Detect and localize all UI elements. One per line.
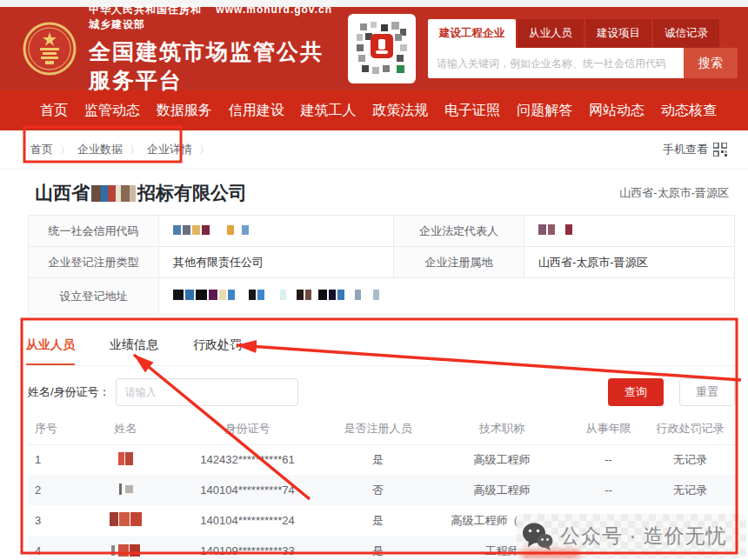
row-name-redacted: [80, 536, 171, 560]
brand: 中华人民共和国住房和城乡建设部 www.mohurd.gov.cn 全国建筑市场…: [23, 3, 332, 95]
tab-performance[interactable]: 业绩信息: [110, 337, 158, 365]
header-search-module: 建设工程企业 从业人员 建设项目 诚信记录 搜索: [428, 19, 738, 78]
redaction-mosaic: [173, 225, 249, 235]
site-header: 中华人民共和国住房和城乡建设部 www.mohurd.gov.cn 全国建筑市场…: [0, 7, 748, 90]
breadcrumb-enterprise-data[interactable]: 企业数据: [77, 142, 123, 157]
company-name-suffix: 招标有限公司: [137, 181, 247, 205]
mobile-view-link[interactable]: 手机查看: [663, 142, 727, 157]
reg-type-label: 企业登记注册类型: [29, 247, 159, 278]
redaction-mosaic: [111, 544, 140, 557]
credit-code-label: 统一社会信用代码: [29, 216, 159, 247]
breadcrumb-bar: 首页 〉 企业数据 〉 企业详情 〉 手机查看: [0, 130, 748, 170]
nav-item-home[interactable]: 首页: [40, 102, 68, 120]
keyword-search-input[interactable]: [428, 48, 684, 78]
nav-item-construction-worker[interactable]: 建筑工人: [301, 102, 357, 120]
company-info-table: 统一社会信用代码 企业法定代表人 企业登记注册类型 其他有限责任公司 企业注册属…: [28, 215, 735, 315]
watermark-text: 公众号 · 造价无忧: [560, 523, 726, 550]
address-value: [159, 278, 735, 315]
row-index: 1: [28, 444, 80, 475]
breadcrumb-separator: 〉: [130, 143, 140, 157]
nav-item-site-news[interactable]: 网站动态: [589, 102, 644, 120]
row-title: 高级工程师: [432, 475, 571, 505]
detail-tabs: 从业人员 业绩信息 行政处罚: [26, 337, 735, 366]
row-years: --: [571, 475, 645, 505]
tab-admin-penalty[interactable]: 行政处罚: [193, 337, 242, 365]
query-button[interactable]: 查询: [608, 378, 664, 406]
qr-mosaic: [357, 22, 407, 76]
page: 中华人民共和国住房和城乡建设部 www.mohurd.gov.cn 全国建筑市场…: [0, 0, 748, 560]
breadcrumb-separator: 〉: [199, 143, 210, 157]
col-header-name: 姓名: [80, 413, 171, 444]
row-registered: 是: [324, 505, 432, 536]
platform-title: 全国建筑市场监管公共服务平台: [89, 37, 332, 95]
col-header-index: 序号: [28, 413, 80, 444]
national-emblem-logo: [23, 22, 77, 76]
row-index: 3: [28, 505, 80, 536]
breadcrumb-separator: 〉: [60, 143, 70, 157]
filter-row: 姓名/身份证号： 查询 重置: [28, 378, 735, 406]
redaction-mosaic: [173, 290, 379, 300]
row-id-number: 142432**********61: [171, 444, 324, 475]
col-header-title: 技术职称: [432, 413, 571, 444]
col-header-years: 从事年限: [571, 413, 645, 444]
search-tab-construction-enterprise[interactable]: 建设工程企业: [428, 19, 516, 48]
legal-rep-label: 企业法定代表人: [394, 216, 524, 247]
search-tab-practitioner[interactable]: 从业人员: [518, 19, 584, 48]
company-header: 山西省 招标有限公司 山西省-太原市-晋源区: [35, 178, 729, 208]
site-url: www.mohurd.gov.cn: [216, 3, 332, 16]
redaction-mosaic: [91, 185, 136, 202]
nav-item-policy-regulation[interactable]: 政策法规: [372, 102, 428, 120]
nav-item-qa[interactable]: 问题解答: [517, 102, 572, 120]
breadcrumb-home[interactable]: 首页: [30, 142, 53, 157]
company-name-prefix: 山西省: [35, 181, 90, 205]
header-qr-code: [348, 14, 416, 83]
redaction-mosaic: [118, 452, 133, 465]
filter-label: 姓名/身份证号：: [28, 384, 110, 400]
row-name-redacted: [80, 444, 171, 475]
search-tab-credit-record[interactable]: 诚信记录: [653, 19, 719, 48]
main-nav: 首页 监管动态 数据服务 信用建设 建筑工人 政策法规 电子证照 问题解答 网站…: [0, 90, 748, 130]
nav-item-dynamic-check[interactable]: 动态核查: [661, 102, 717, 120]
row-registered: 是: [324, 444, 432, 475]
col-header-penalty: 行政处罚记录: [645, 413, 735, 444]
redaction-mosaic: [119, 483, 133, 495]
table-row: 2 140104**********74 否 高级工程师 -- 无记录: [28, 475, 735, 505]
row-index: 4: [28, 536, 80, 560]
ministry-name: 中华人民共和国住房和城乡建设部: [89, 3, 204, 32]
search-tabs: 建设工程企业 从业人员 建设项目 诚信记录: [428, 19, 738, 48]
mobile-view-label: 手机查看: [663, 142, 708, 157]
breadcrumb-enterprise-detail[interactable]: 企业详情: [147, 142, 192, 157]
nav-item-data-service[interactable]: 数据服务: [157, 102, 212, 120]
name-id-input[interactable]: [116, 378, 298, 406]
row-id-number: 140104**********24: [171, 505, 324, 536]
wechat-icon: [522, 522, 553, 551]
reg-type-value: 其他有限责任公司: [159, 247, 394, 278]
row-id-number: 140109**********33: [171, 536, 324, 560]
watermark-smudge: [522, 550, 579, 558]
reset-button[interactable]: 重置: [679, 378, 735, 406]
col-header-id: 身份证号: [171, 413, 324, 444]
company-name: 山西省 招标有限公司: [35, 181, 247, 205]
search-button[interactable]: 搜索: [684, 48, 738, 78]
row-index: 2: [28, 475, 80, 505]
row-penalty: 无记录: [645, 475, 735, 505]
row-years: --: [571, 444, 645, 475]
row-registered: 是: [324, 536, 432, 560]
redaction-mosaic: [110, 512, 142, 526]
table-header-row: 序号 姓名 身份证号 是否注册人员 技术职称 从事年限 行政处罚记录: [28, 413, 735, 444]
credit-code-value: [159, 216, 394, 247]
reg-region-label: 企业注册属地: [394, 247, 524, 278]
nav-item-e-certificate[interactable]: 电子证照: [444, 102, 500, 120]
nav-item-credit-building[interactable]: 信用建设: [229, 102, 284, 120]
search-tab-construction-project[interactable]: 建设项目: [585, 19, 651, 48]
address-label: 设立登记地址: [29, 278, 159, 315]
tab-practitioners[interactable]: 从业人员: [26, 337, 75, 365]
col-header-registered: 是否注册人员: [324, 413, 432, 444]
redaction-mosaic: [538, 224, 572, 235]
row-name-redacted: [80, 505, 171, 536]
watermark: 公众号 · 造价无忧: [517, 514, 746, 558]
brand-text: 中华人民共和国住房和城乡建设部 www.mohurd.gov.cn 全国建筑市场…: [89, 3, 332, 95]
nav-item-supervision-news[interactable]: 监管动态: [84, 102, 140, 120]
legal-rep-value: [524, 216, 735, 247]
row-registered: 否: [324, 475, 432, 505]
